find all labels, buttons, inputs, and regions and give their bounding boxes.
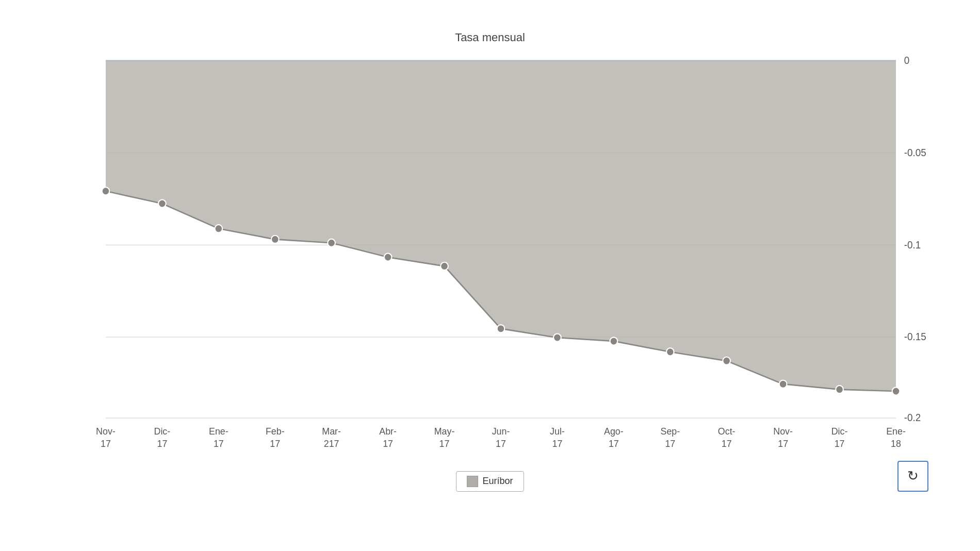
x-label-1-l2: 17 (157, 439, 167, 449)
x-label-4-l1: Mar- (322, 426, 341, 437)
dot-14 (892, 387, 900, 395)
x-label-5-l1: Abr- (379, 426, 397, 437)
x-label-10-l1: Sep- (660, 426, 680, 437)
dot-9 (610, 337, 618, 345)
dot-3 (271, 235, 279, 243)
dot-12 (779, 380, 787, 388)
y-label-005: -0.05 (904, 147, 926, 158)
x-label-11-l1: Oct- (718, 426, 736, 437)
x-label-3-l1: Feb- (266, 426, 285, 437)
chart-area-fill (106, 60, 896, 391)
dot-5 (384, 253, 392, 261)
x-label-12-l1: Nov- (773, 426, 793, 437)
x-label-11-l2: 17 (722, 439, 732, 449)
x-label-0-l2: 17 (101, 439, 111, 449)
bottom-row: Euríbor ↻ (52, 461, 928, 492)
dot-0 (102, 187, 110, 195)
x-label-9-l2: 17 (609, 439, 619, 449)
chart-area: 0 -0.05 -0.1 -0.15 -0.2 (52, 49, 928, 452)
legend-area: Euríbor (456, 471, 524, 492)
dot-2 (215, 224, 222, 232)
dot-4 (328, 239, 335, 246)
x-label-5-l2: 17 (383, 439, 393, 449)
x-label-6-l2: 17 (439, 439, 450, 449)
dot-7 (497, 325, 505, 332)
x-label-13-l2: 17 (835, 439, 845, 449)
x-label-4-l2: 217 (324, 439, 339, 449)
x-label-0-l1: Nov- (96, 426, 116, 437)
refresh-button[interactable]: ↻ (897, 461, 928, 492)
dot-1 (158, 199, 166, 207)
x-label-7-l2: 17 (496, 439, 506, 449)
x-label-6-l1: May- (434, 426, 455, 437)
x-label-8-l2: 17 (552, 439, 563, 449)
x-label-12-l2: 17 (778, 439, 788, 449)
x-label-9-l1: Ago- (604, 426, 624, 437)
legend-color-box (467, 476, 478, 487)
y-label-010: -0.1 (904, 239, 921, 250)
legend-item-euribor: Euríbor (456, 471, 524, 492)
legend-label: Euríbor (482, 476, 513, 487)
x-label-3-l2: 17 (270, 439, 280, 449)
dot-11 (723, 357, 730, 364)
y-label-020: -0.2 (904, 412, 921, 423)
x-label-14-l1: Ene- (886, 426, 906, 437)
y-label-0: 0 (904, 55, 910, 65)
dot-10 (666, 348, 674, 356)
y-label-015: -0.15 (904, 331, 926, 342)
x-label-14-l2: 18 (891, 439, 901, 449)
x-label-2-l1: Ene- (209, 426, 228, 437)
dot-8 (553, 333, 561, 341)
x-label-8-l1: Jul- (550, 426, 565, 437)
x-label-1-l1: Dic- (154, 426, 171, 437)
x-label-2-l2: 17 (214, 439, 224, 449)
chart-title: Tasa mensual (52, 31, 928, 44)
dot-13 (836, 385, 843, 393)
chart-svg: 0 -0.05 -0.1 -0.15 -0.2 (52, 49, 928, 452)
chart-container: Tasa mensual 0 -0.05 -0.1 -0. (52, 31, 928, 521)
x-label-13-l1: Dic- (831, 426, 848, 437)
dot-6 (440, 262, 448, 270)
x-label-7-l1: Jun- (492, 426, 510, 437)
x-label-10-l2: 17 (665, 439, 675, 449)
